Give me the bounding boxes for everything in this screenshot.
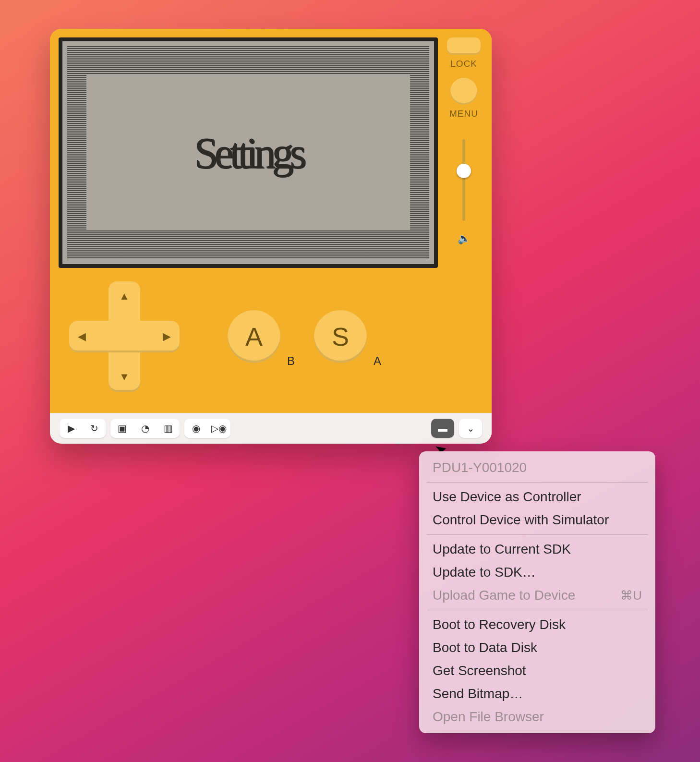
lock-label: LOCK bbox=[450, 59, 477, 69]
menu-item[interactable]: Update to Current SDK bbox=[419, 538, 655, 561]
a-key-label: S bbox=[332, 322, 349, 351]
play-button[interactable]: ▶ bbox=[60, 419, 83, 438]
menu-item-label: Control Device with Simulator bbox=[433, 512, 609, 528]
menu-item[interactable]: Get Screenshot bbox=[419, 659, 655, 682]
menu-item-label: Send Bitmap… bbox=[433, 686, 523, 702]
cpu-icon: ▥ bbox=[164, 423, 173, 434]
console-button[interactable]: ▣ bbox=[110, 419, 133, 438]
device-dropdown-button[interactable]: ⌄ bbox=[459, 419, 482, 438]
dpad-right[interactable]: ▶ bbox=[163, 330, 171, 343]
record-button[interactable]: ▷◉ bbox=[207, 419, 230, 438]
volume-thumb[interactable] bbox=[457, 164, 471, 178]
menu-label: MENU bbox=[449, 109, 478, 119]
menu-item-shortcut: ⌘U bbox=[620, 588, 642, 603]
menu-item-label: Get Screenshot bbox=[433, 663, 526, 678]
chevron-down-icon: ⌄ bbox=[467, 423, 475, 434]
device-context-menu: PDU1-Y001020 Use Device as ControllerCon… bbox=[419, 451, 655, 733]
cpu-button[interactable]: ▥ bbox=[157, 419, 180, 438]
lock-button[interactable] bbox=[447, 37, 481, 55]
dpad-up[interactable]: ▲ bbox=[119, 290, 130, 302]
menu-item: Upload Game to Device⌘U bbox=[419, 584, 655, 607]
menu-item-label: Boot to Recovery Disk bbox=[433, 617, 566, 632]
dpad-horizontal: ◀ ▶ bbox=[69, 321, 180, 352]
camera-icon: ◉ bbox=[192, 423, 200, 434]
menu-item: Open File Browser bbox=[419, 705, 655, 728]
menu-sep bbox=[427, 610, 648, 610]
screenshot-button[interactable]: ◉ bbox=[184, 419, 207, 438]
device-body: Settings LOCK MENU 🔈 bbox=[50, 29, 492, 268]
dpad: ▲ ▼ ◀ ▶ bbox=[69, 281, 180, 392]
volume-slider[interactable] bbox=[462, 139, 465, 221]
a-hw-label: A bbox=[374, 354, 381, 368]
record-icon: ▷◉ bbox=[211, 423, 227, 434]
console-icon: ▣ bbox=[118, 423, 127, 434]
timer-button[interactable]: ◔ bbox=[133, 419, 157, 438]
b-button[interactable]: A B bbox=[228, 310, 280, 363]
menu-item[interactable]: Boot to Recovery Disk bbox=[419, 613, 655, 636]
menu-item-label: Use Device as Controller bbox=[433, 489, 581, 505]
device-button[interactable]: ▬ bbox=[431, 419, 454, 438]
menu-button[interactable] bbox=[450, 78, 477, 105]
toolbar: ▶ ↻ ▣ ◔ ▥ ◉ ▷◉ ▬ ⌄ bbox=[50, 413, 492, 444]
play-icon: ▶ bbox=[68, 423, 75, 434]
controls: ▲ ▼ ◀ ▶ A B S A bbox=[50, 268, 492, 413]
menu-item-label: Update to Current SDK bbox=[433, 542, 571, 557]
menu-item-label: Update to SDK… bbox=[433, 565, 536, 580]
menu-sep bbox=[427, 534, 648, 535]
menu-header: PDU1-Y001020 bbox=[419, 456, 655, 479]
restart-button[interactable]: ↻ bbox=[83, 419, 106, 438]
speaker-icon: 🔈 bbox=[458, 232, 471, 245]
dpad-down[interactable]: ▼ bbox=[119, 371, 130, 383]
restart-icon: ↻ bbox=[90, 423, 98, 434]
device-screen: Settings bbox=[59, 37, 438, 268]
b-hw-label: B bbox=[287, 354, 295, 368]
menu-item[interactable]: Boot to Data Disk bbox=[419, 636, 655, 659]
b-key-label: A bbox=[245, 322, 263, 351]
menu-item[interactable]: Send Bitmap… bbox=[419, 682, 655, 705]
menu-item[interactable]: Update to SDK… bbox=[419, 561, 655, 584]
ab-buttons: A B S A bbox=[228, 310, 367, 363]
simulator-window: Settings LOCK MENU 🔈 ▲ ▼ ◀ ▶ bbox=[50, 29, 492, 444]
menu-item[interactable]: Control Device with Simulator bbox=[419, 508, 655, 532]
menu-item[interactable]: Use Device as Controller bbox=[419, 485, 655, 508]
a-button[interactable]: S A bbox=[314, 310, 367, 363]
menu-item-label: Upload Game to Device bbox=[433, 588, 575, 603]
device-icon: ▬ bbox=[438, 423, 447, 434]
menu-item-label: Boot to Data Disk bbox=[433, 640, 537, 655]
dpad-left[interactable]: ◀ bbox=[78, 330, 86, 343]
menu-item-label: Open File Browser bbox=[433, 709, 544, 725]
menu-sep bbox=[427, 482, 648, 483]
timer-icon: ◔ bbox=[141, 423, 149, 434]
screen-title: Settings bbox=[86, 75, 410, 230]
